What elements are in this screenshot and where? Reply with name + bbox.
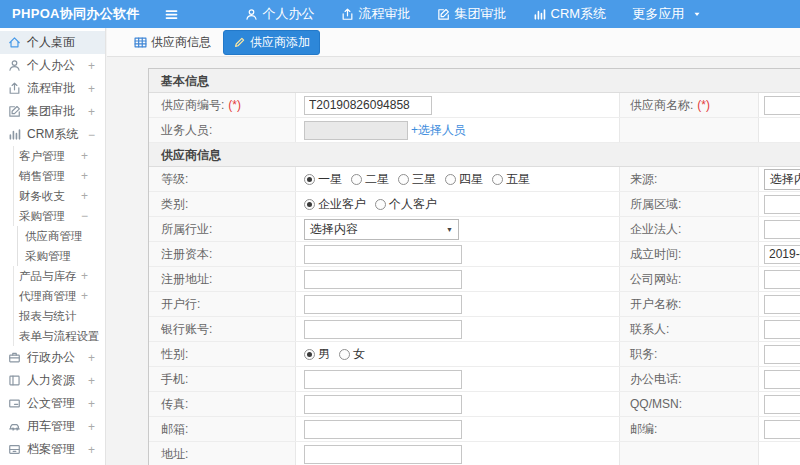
text-input[interactable] <box>304 270 462 289</box>
sidebar-item[interactable]: 行政办公+ <box>0 346 105 369</box>
sidebar-item[interactable]: CRM系统− <box>0 123 105 146</box>
radio-option[interactable]: 女 <box>339 346 365 363</box>
sidebar-item[interactable]: 个人桌面 <box>0 31 105 54</box>
expand-toggle-icon[interactable]: + <box>81 169 88 183</box>
text-input[interactable] <box>304 420 462 439</box>
sidebar-item[interactable]: 集团审批+ <box>0 100 105 123</box>
text-input[interactable] <box>764 270 800 289</box>
expand-toggle-icon[interactable]: + <box>88 105 95 119</box>
label-text: 联系人: <box>630 321 669 338</box>
upload-icon <box>341 8 354 21</box>
text-input[interactable] <box>764 195 800 214</box>
form-row: 注册资本:成立时间: <box>149 242 800 267</box>
menu-icon[interactable] <box>164 7 179 22</box>
nav-workflow-approval[interactable]: 流程审批 <box>341 5 411 23</box>
field-cell <box>759 93 800 117</box>
field-cell: 男女 <box>296 342 619 366</box>
sidebar-item[interactable]: 人力资源+ <box>0 369 105 392</box>
form-row: 开户行:开户名称: <box>149 292 800 317</box>
expand-toggle-icon[interactable]: + <box>88 351 95 365</box>
text-input[interactable] <box>764 295 800 314</box>
expand-toggle-icon[interactable]: + <box>88 397 95 411</box>
expand-toggle-icon[interactable]: + <box>81 189 88 203</box>
text-input[interactable] <box>764 370 800 389</box>
field-label: 手机: <box>149 367 296 391</box>
person-picker-input[interactable] <box>304 121 408 140</box>
nav-crm-system[interactable]: CRM系统 <box>533 5 607 23</box>
text-input[interactable] <box>764 420 800 439</box>
tab-supplier-add[interactable]: 供应商添加 <box>223 30 320 55</box>
select-person-link[interactable]: +选择人员 <box>411 122 466 139</box>
expand-toggle-icon[interactable]: + <box>88 443 95 457</box>
sidebar-item[interactable]: 代理商管理+ <box>13 286 105 306</box>
sidebar-item[interactable]: 档案管理+ <box>0 438 105 461</box>
field-label: 传真: <box>149 392 296 416</box>
app-logo: PHPOA协同办公软件 <box>0 5 140 23</box>
text-input[interactable] <box>764 345 800 364</box>
radio-option[interactable]: 四星 <box>445 171 483 188</box>
expand-toggle-icon[interactable]: + <box>81 289 88 303</box>
text-input[interactable] <box>764 220 800 239</box>
sidebar-item[interactable]: 财务收支+ <box>13 186 105 206</box>
label-text: 注册资本: <box>161 246 212 263</box>
text-input[interactable] <box>764 96 800 115</box>
expand-toggle-icon[interactable]: − <box>81 209 88 223</box>
select-input[interactable]: 选择内容▼ <box>304 219 459 240</box>
sidebar-item[interactable]: 个人办公+ <box>0 54 105 77</box>
text-input[interactable] <box>304 295 462 314</box>
radio-icon <box>398 174 409 185</box>
radio-option[interactable]: 五星 <box>492 171 530 188</box>
text-input[interactable] <box>764 245 800 264</box>
expand-toggle-icon[interactable]: + <box>88 374 95 388</box>
field-cell <box>759 118 800 142</box>
sidebar-item[interactable]: 产品与库存+ <box>13 266 105 286</box>
field-label: 开户名称: <box>619 292 759 316</box>
field-label <box>619 442 759 465</box>
field-cell: 选择内容▼ <box>296 217 619 241</box>
tab-supplier-info[interactable]: 供应商信息 <box>134 34 211 51</box>
sidebar-item[interactable]: 公文管理+ <box>0 392 105 415</box>
sidebar-item[interactable]: 报表与统计 <box>13 306 105 326</box>
field-cell <box>759 442 800 465</box>
text-input[interactable] <box>304 370 462 389</box>
sidebar-item-label: 供应商管理 <box>25 229 95 244</box>
nav-group-approval[interactable]: 集团审批 <box>437 5 507 23</box>
radio-option[interactable]: 二星 <box>351 171 389 188</box>
sidebar-item[interactable]: 采购管理− <box>13 206 105 226</box>
text-input[interactable] <box>304 320 462 339</box>
radio-option[interactable]: 一星 <box>304 171 342 188</box>
edit-icon <box>437 8 450 21</box>
sidebar-item[interactable]: 客户管理+ <box>13 146 105 166</box>
section-title: 供应商信息 <box>149 143 800 167</box>
expand-toggle-icon[interactable]: + <box>88 59 95 73</box>
text-input[interactable] <box>304 445 462 464</box>
sidebar-item[interactable]: 供应商管理 <box>17 226 105 246</box>
radio-option[interactable]: 企业客户 <box>304 196 366 213</box>
radio-option[interactable]: 男 <box>304 346 330 363</box>
sidebar-item[interactable]: 销售管理+ <box>13 166 105 186</box>
expand-toggle-icon[interactable]: + <box>81 149 88 163</box>
expand-toggle-icon[interactable]: + <box>81 269 88 283</box>
expand-toggle-icon[interactable]: + <box>81 329 88 343</box>
sidebar-item[interactable]: 表单与流程设置+ <box>13 326 105 346</box>
nav-more-apps[interactable]: 更多应用 <box>632 5 702 23</box>
sidebar-item[interactable]: 流程审批+ <box>0 77 105 100</box>
label-text: 开户行: <box>161 296 200 313</box>
text-input[interactable] <box>304 395 462 414</box>
sidebar-item[interactable]: 用车管理+ <box>0 415 105 438</box>
text-input[interactable] <box>764 395 800 414</box>
expand-toggle-icon[interactable]: + <box>88 420 95 434</box>
radio-option[interactable]: 三星 <box>398 171 436 188</box>
text-input[interactable] <box>304 96 432 115</box>
nav-personal-office[interactable]: 个人办公 <box>245 5 315 23</box>
expand-toggle-icon[interactable]: + <box>88 82 95 96</box>
text-input[interactable] <box>304 245 462 264</box>
select-input[interactable]: 选择内容▼ <box>764 169 800 190</box>
doc-icon <box>8 397 21 410</box>
text-input[interactable] <box>764 320 800 339</box>
radio-option[interactable]: 个人客户 <box>375 196 437 213</box>
sidebar-item[interactable]: 采购管理 <box>17 246 105 266</box>
book-icon <box>8 374 21 387</box>
field-cell: 选择内容▼ <box>759 167 800 191</box>
expand-toggle-icon[interactable]: − <box>88 128 95 142</box>
